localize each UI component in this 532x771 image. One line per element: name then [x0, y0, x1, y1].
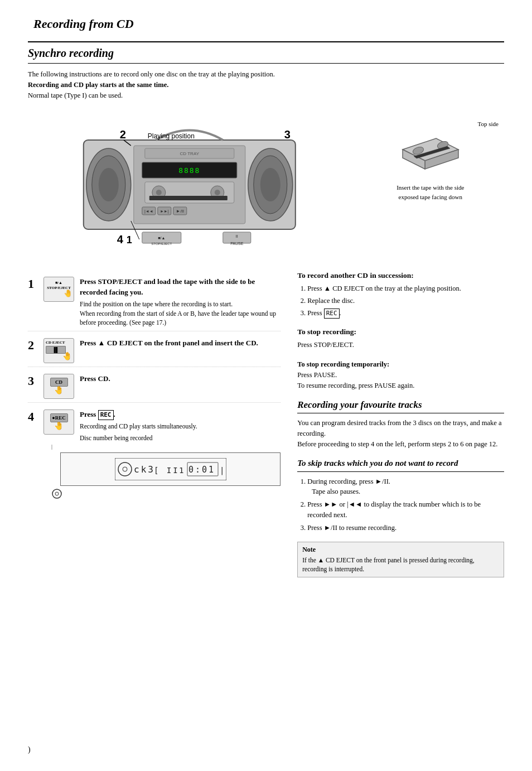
steps-section: 1 ■/▲STOP/EJECT 🤚 Press STOP/EJECT and l…	[28, 277, 280, 502]
step-2-text: Press ▲ CD EJECT on the front panel and …	[80, 338, 280, 349]
step-3-text: Press CD.	[80, 374, 280, 384]
skip-list: During recording, press ►/II.Tape also p…	[297, 476, 504, 533]
skip-item-1: During recording, press ►/II.Tape also p…	[307, 476, 504, 498]
stop-temp-title: To stop recording temporarily:	[297, 360, 389, 368]
record-another-section: To record another CD in succession: Pres…	[297, 271, 504, 319]
note-title: Note	[302, 546, 499, 554]
page-title: Recording from CD	[33, 17, 504, 31]
display-content: ck3 [ II 1 0:01 |	[115, 458, 226, 480]
step-1-main: Press STOP/EJECT and load the tape with …	[80, 277, 280, 298]
device-diagram: 8888 CD TRAY |◄◄ ►►| ►/II	[28, 109, 346, 260]
record-another-item-3: Press REC.	[307, 308, 504, 319]
right-column: To record another CD in succession: Pres…	[297, 271, 504, 577]
svg-rect-17	[149, 196, 228, 200]
svg-text:3: 3	[284, 128, 291, 141]
svg-point-52	[52, 489, 61, 498]
step-3-row: 3 CD 🤚 Press CD.	[28, 374, 280, 403]
intro-line3: Normal tape (Type I) can be used.	[28, 91, 123, 99]
step-2-number: 2	[28, 339, 38, 351]
cd-symbol-below	[51, 488, 280, 502]
device-svg: 8888 CD TRAY |◄◄ ►►| ►/II	[28, 109, 346, 260]
stop-recording-section: To stop recording: Press STOP/EJECT.	[297, 327, 504, 350]
svg-text:|◄◄: |◄◄	[144, 209, 153, 214]
skip-rule	[297, 471, 504, 472]
step-1-number: 1	[28, 278, 38, 290]
intro-line2: Recording and CD play starts at the same…	[28, 81, 168, 89]
favourite-intro: You can program desired tracks from the …	[297, 418, 504, 449]
intro-text: The following instructions are to record…	[28, 69, 504, 100]
tape-illustration-area: Top side Insert the tape with the sideex…	[357, 109, 504, 260]
page-number: )	[28, 745, 31, 754]
main-content: 1 ■/▲STOP/EJECT 🤚 Press STOP/EJECT and l…	[28, 271, 504, 577]
svg-text:8888: 8888	[178, 166, 200, 175]
svg-text:II: II	[236, 234, 238, 238]
favourite-rule	[297, 413, 504, 413]
display-svg: ck3 [ II 1 0:01 |	[115, 458, 226, 480]
favourite-title: Recording your favourite tracks	[297, 399, 504, 411]
step-4-main: Press REC.	[80, 409, 280, 420]
svg-point-3	[99, 168, 119, 201]
step-4-row: 4 ●REC 🤚 Press REC. Recording and CD pla…	[28, 409, 280, 446]
svg-text:ck3: ck3	[134, 464, 155, 475]
section-title: Synchro recording	[28, 47, 504, 60]
svg-text:[ II: [ II	[154, 466, 180, 475]
skip-item-2: Press ►► or |◄◄ to display the track num…	[307, 499, 504, 521]
display-box: ck3 [ II 1 0:01 |	[60, 452, 280, 486]
step-2-row: 2 CD EJECT ▐▌ 🤚 Press ▲ CD EJECT on the …	[28, 338, 280, 367]
disc-num-indicator: |	[51, 444, 52, 450]
skip-title: To skip tracks which you do not want to …	[297, 459, 504, 468]
svg-text:1: 1	[179, 466, 185, 475]
svg-text:■/▲: ■/▲	[158, 236, 165, 240]
step-1-text: Press STOP/EJECT and load the tape with …	[80, 277, 280, 327]
step-3-icon: CD 🤚	[43, 374, 74, 399]
svg-text:4: 4	[117, 233, 124, 245]
stop-temp-text2: To resume recording, press PAUSE again.	[297, 380, 504, 391]
stop-recording-title: To stop recording:	[297, 327, 504, 336]
cd-small-svg	[51, 488, 62, 499]
svg-text:|: |	[220, 466, 226, 475]
tape-svg	[397, 127, 464, 177]
svg-text:1: 1	[127, 234, 132, 245]
svg-text:►►|: ►►|	[160, 209, 169, 214]
svg-point-6	[260, 168, 280, 201]
svg-text:Playing position: Playing position	[148, 132, 195, 140]
rec-inline-btn: REC	[324, 309, 340, 319]
skip-section: During recording, press ►/II.Tape also p…	[297, 476, 504, 533]
note-box: Note If the ▲ CD EJECT on the front pane…	[297, 542, 504, 577]
title-rule	[28, 41, 504, 42]
stop-temp-section: To stop recording temporarily: Press PAU…	[297, 359, 504, 391]
section-rule	[28, 63, 504, 64]
favourite-section: You can program desired tracks from the …	[297, 418, 504, 449]
device-area: 8888 CD TRAY |◄◄ ►►| ►/II	[28, 109, 504, 260]
stop-recording-text: Press STOP/EJECT.	[297, 340, 504, 350]
step-4-sub: Recording and CD play starts simultaneou…	[80, 422, 280, 431]
display-area: | ck3 [ II 1	[43, 452, 280, 502]
step-1-icon: ■/▲STOP/EJECT 🤚	[43, 277, 74, 302]
skip-item-3: Press ►/II to resume recording.	[307, 523, 504, 533]
step-4-number: 4	[28, 411, 38, 423]
step-1-sub: Find the position on the tape where the …	[80, 300, 280, 327]
svg-text:2: 2	[120, 128, 126, 141]
svg-point-14	[156, 190, 162, 195]
record-another-item-2: Replace the disc.	[307, 296, 504, 306]
top-side-label: Top side	[478, 121, 499, 127]
step-3-number: 3	[28, 375, 38, 387]
step-4-text: Press REC. Recording and CD play starts …	[80, 409, 280, 442]
tape-caption: Insert the tape with the sideexposed tap…	[396, 183, 464, 201]
step-1-row: 1 ■/▲STOP/EJECT 🤚 Press STOP/EJECT and l…	[28, 277, 280, 331]
svg-text:PAUSE: PAUSE	[230, 242, 244, 245]
record-another-item-1: Press ▲ CD EJECT on the tray at the play…	[307, 283, 504, 294]
svg-point-16	[215, 190, 220, 195]
step-2-main: Press ▲ CD EJECT on the front panel and …	[80, 338, 280, 349]
step-2-icon: CD EJECT ▐▌ 🤚	[43, 338, 74, 363]
left-column: 1 ■/▲STOP/EJECT 🤚 Press STOP/EJECT and l…	[28, 271, 280, 577]
svg-text:CD TRAY: CD TRAY	[180, 151, 200, 156]
svg-text:STOP/EJECT: STOP/EJECT	[151, 242, 172, 245]
record-another-list: Press ▲ CD EJECT on the tray at the play…	[297, 283, 504, 319]
svg-point-53	[55, 492, 59, 495]
svg-text:►/II: ►/II	[176, 209, 184, 214]
step-4-icon: ●REC 🤚	[43, 409, 74, 435]
stop-temp-text: Press PAUSE.	[297, 370, 504, 380]
intro-line1: The following instructions are to record…	[28, 70, 275, 78]
disc-label: Disc number being recorded	[80, 433, 280, 443]
